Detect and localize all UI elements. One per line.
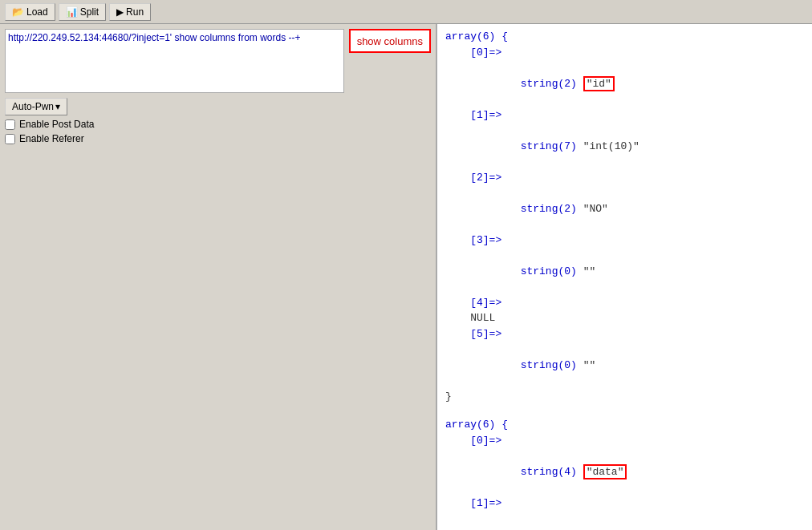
left-panel: http://220.249.52.134:44680/?inject=1' s…: [0, 24, 437, 530]
run-label: Run: [126, 6, 144, 18]
array1-3-index: [3]=>: [445, 233, 804, 249]
enable-post-row: Enable Post Data: [5, 119, 431, 130]
id-highlight: "id": [583, 76, 615, 91]
split-button[interactable]: 📊 Split: [59, 3, 106, 21]
load-button[interactable]: 📂 Load: [5, 3, 55, 21]
array2-block: array(6) { [0]=> string(4) "data" [1]=> …: [445, 417, 804, 530]
array2-0-value: string(4) "data": [445, 448, 804, 496]
run-icon: ▶: [116, 6, 124, 18]
array1-5-value: string(0) "": [445, 342, 804, 389]
spacer: [445, 404, 804, 417]
array1-4-null: NULL: [445, 310, 804, 326]
right-panel: array(6) { [0]=> string(2) "id" [1]=> st…: [437, 24, 812, 530]
show-columns-button[interactable]: show columns: [349, 29, 431, 53]
enable-referer-checkbox[interactable]: [5, 134, 15, 144]
array2-0-index: [0]=>: [445, 433, 804, 449]
autopwn-button[interactable]: Auto-Pwn ▾: [5, 98, 67, 115]
array1-1-value: string(7) "int(10)": [445, 123, 804, 170]
array2-1-value: string(11) "varchar(20)": [445, 511, 804, 530]
split-icon: 📊: [66, 6, 78, 18]
autopwn-arrow: ▾: [55, 101, 60, 112]
load-label: Load: [26, 6, 48, 18]
enable-post-label: Enable Post Data: [19, 119, 94, 130]
url-row: http://220.249.52.134:44680/?inject=1' s…: [5, 29, 431, 93]
split-label: Split: [80, 6, 99, 18]
array2-header: array(6) {: [445, 417, 804, 433]
enable-post-checkbox[interactable]: [5, 119, 15, 130]
array1-4-index: [4]=>: [445, 295, 804, 311]
array1-2-index: [2]=>: [445, 170, 804, 186]
run-button[interactable]: ▶ Run: [109, 3, 151, 21]
load-icon: 📂: [12, 6, 24, 18]
array1-0-value: string(2) "id": [445, 60, 804, 107]
array1-1-index: [1]=>: [445, 107, 804, 123]
enable-referer-row: Enable Referer: [5, 133, 431, 144]
array1-header: array(6) {: [445, 29, 804, 45]
array1-3-value: string(0) "": [445, 248, 804, 295]
enable-referer-label: Enable Referer: [19, 133, 84, 144]
array1-close: }: [445, 389, 804, 405]
array1-5-index: [5]=>: [445, 326, 804, 342]
array1-0-index: [0]=>: [445, 45, 804, 61]
data-highlight: "data": [583, 464, 627, 479]
array1-block: array(6) { [0]=> string(2) "id" [1]=> st…: [445, 29, 804, 404]
autopwn-section: Auto-Pwn ▾ Enable Post Data Enable Refer…: [5, 98, 431, 144]
array2-1-index: [1]=>: [445, 496, 804, 512]
autopwn-label: Auto-Pwn: [12, 101, 54, 112]
toolbar: 📂 Load 📊 Split ▶ Run: [0, 0, 812, 24]
array1-2-value: string(2) "NO": [445, 185, 804, 233]
main-area: http://220.249.52.134:44680/?inject=1' s…: [0, 24, 812, 530]
url-input[interactable]: http://220.249.52.134:44680/?inject=1' s…: [5, 29, 344, 93]
